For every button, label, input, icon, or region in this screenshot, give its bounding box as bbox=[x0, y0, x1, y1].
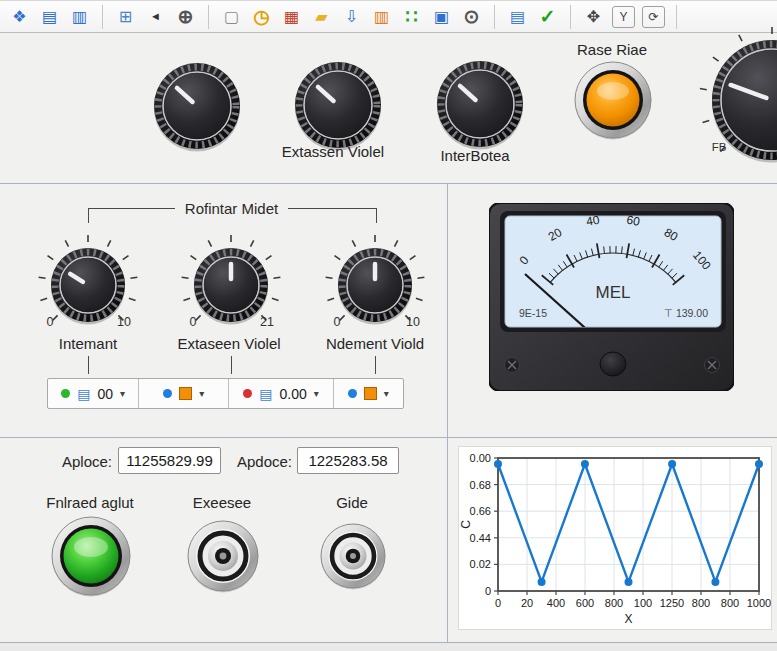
knob-min-label: 0 bbox=[35, 315, 65, 329]
corner-knob-label: FB bbox=[706, 141, 732, 153]
field-apdoce-label: Apdoce: bbox=[230, 453, 292, 470]
svg-text:60: 60 bbox=[625, 213, 641, 229]
import-icon[interactable]: ⇩ bbox=[340, 5, 363, 28]
chart-panel: 0204006008001001250800800100000.020.440.… bbox=[458, 446, 772, 630]
gear-icon[interactable]: ⊙ bbox=[460, 5, 483, 28]
chevron-down-icon[interactable]: ▾ bbox=[314, 388, 319, 399]
section-divider-top bbox=[0, 183, 777, 184]
svg-text:0: 0 bbox=[485, 585, 491, 597]
chevron-down-icon[interactable]: ▾ bbox=[384, 388, 389, 399]
connector-line bbox=[88, 356, 89, 374]
svg-text:800: 800 bbox=[721, 597, 739, 609]
check-icon[interactable]: ✓ bbox=[536, 5, 559, 28]
add-window-icon[interactable]: ⊞ bbox=[114, 5, 137, 28]
svg-text:C: C bbox=[459, 520, 473, 529]
toolbar: ❖ ▤ ▥ ⊞ ◄ ⊕ ▢ ◷ ▦ ▰ ⇩ ▥ ∷ ▣ ⊙ ▤ ✓ ✥ Y ⟳ bbox=[0, 0, 777, 33]
chevron-down-icon[interactable]: ▾ bbox=[199, 388, 204, 399]
meter-adjust-knob[interactable] bbox=[600, 352, 626, 376]
layers-icon[interactable]: ❖ bbox=[8, 5, 31, 28]
exeesee-button[interactable] bbox=[185, 518, 261, 594]
svg-text:400: 400 bbox=[547, 597, 565, 609]
meter-left-text: 9E-15 bbox=[519, 307, 547, 319]
legend-dot bbox=[243, 389, 252, 398]
legend-cell-3[interactable]: ▤ 0.00 ▾ bbox=[229, 379, 333, 408]
green-led-button[interactable] bbox=[49, 514, 133, 598]
svg-text:0: 0 bbox=[495, 597, 501, 609]
legend-value: 00 bbox=[97, 386, 113, 402]
meter-title: MEL bbox=[596, 283, 631, 302]
svg-text:100: 100 bbox=[634, 597, 652, 609]
legend-value: 0.00 bbox=[280, 386, 307, 402]
y-box-icon[interactable]: Y bbox=[612, 6, 635, 28]
aploce-input[interactable] bbox=[118, 447, 221, 474]
plot-book-icon: ▤ bbox=[259, 387, 272, 401]
knob-max-label: 10 bbox=[398, 315, 428, 329]
move-icon[interactable]: ✥ bbox=[582, 5, 605, 28]
knob-top-2[interactable] bbox=[290, 57, 386, 153]
knob-max-label: 21 bbox=[252, 315, 282, 329]
svg-text:800: 800 bbox=[692, 597, 710, 609]
clipboard-icon[interactable]: ▥ bbox=[370, 5, 393, 28]
gide-button[interactable] bbox=[318, 521, 388, 591]
report-doc-icon[interactable]: ▤ bbox=[38, 5, 61, 28]
doc-lines-icon[interactable]: ▤ bbox=[506, 5, 529, 28]
plot-book-icon: ▤ bbox=[77, 387, 90, 401]
plot-legend-row: ▤ 00 ▾ ▾ ▤ 0.00 ▾ ▾ bbox=[47, 378, 404, 409]
analog-meter: 020406080100 MEL 9E-15 ⊤ 139.00 bbox=[489, 203, 734, 391]
toolbar-separator bbox=[570, 5, 571, 29]
legend-dot bbox=[163, 389, 172, 398]
section-divider-vertical bbox=[447, 184, 448, 642]
window-icon[interactable]: ▣ bbox=[430, 5, 453, 28]
toolbar-separator bbox=[676, 5, 677, 29]
svg-text:1000: 1000 bbox=[747, 597, 771, 609]
svg-text:X: X bbox=[624, 612, 632, 626]
rofintar-frame-title: Rofintar Midet bbox=[88, 200, 375, 217]
knob-top-3-label: InterBotea bbox=[395, 147, 555, 164]
orange-led-button[interactable] bbox=[572, 59, 654, 141]
legend-cell-2[interactable]: ▾ bbox=[139, 379, 229, 408]
knob-top-1[interactable] bbox=[149, 58, 245, 154]
xy-line-chart: 0204006008001001250800800100000.020.440.… bbox=[459, 447, 771, 629]
section-divider-middle bbox=[0, 437, 777, 438]
refresh-icon[interactable]: ⟳ bbox=[642, 6, 665, 28]
svg-text:600: 600 bbox=[576, 597, 594, 609]
cursor-icon[interactable]: ◄ bbox=[144, 5, 167, 28]
chevron-down-icon[interactable]: ▾ bbox=[120, 388, 125, 399]
knob-ndement-label: Ndement Viold bbox=[295, 335, 455, 352]
calendar-icon[interactable]: ▦ bbox=[280, 5, 303, 28]
folder-icon[interactable]: ▰ bbox=[310, 5, 333, 28]
connector-line bbox=[231, 356, 232, 374]
grid-icon[interactable]: ∷ bbox=[400, 5, 423, 28]
knob-intemant-label: Intemant bbox=[8, 335, 168, 352]
instrument-panel: { "toolbar": { "icons": [ {"name":"layer… bbox=[0, 0, 777, 651]
new-file-icon[interactable]: ▢ bbox=[220, 5, 243, 28]
color-swatch bbox=[179, 387, 192, 400]
toolbar-separator bbox=[102, 5, 103, 29]
legend-dot bbox=[348, 389, 357, 398]
svg-text:0.02: 0.02 bbox=[470, 558, 491, 570]
svg-text:1250: 1250 bbox=[660, 597, 684, 609]
svg-text:40: 40 bbox=[585, 213, 601, 229]
legend-dot bbox=[61, 389, 70, 398]
toolbar-separator bbox=[494, 5, 495, 29]
knob-min-label: 0 bbox=[178, 315, 208, 329]
legend-cell-1[interactable]: ▤ 00 ▾ bbox=[48, 379, 139, 408]
knob-min-label: 0 bbox=[322, 315, 352, 329]
svg-text:800: 800 bbox=[605, 597, 623, 609]
clock-icon[interactable]: ◷ bbox=[250, 5, 273, 28]
add-circle-icon[interactable]: ⊕ bbox=[174, 5, 197, 28]
meter-right-text: ⊤ 139.00 bbox=[664, 307, 708, 319]
knob-top-2-label: Extassen Violel bbox=[253, 143, 413, 160]
led-button-label: Rase Riae bbox=[552, 41, 672, 58]
svg-text:0.68: 0.68 bbox=[470, 479, 491, 491]
svg-text:0.00: 0.00 bbox=[470, 452, 491, 464]
knob-top-corner[interactable] bbox=[696, 24, 777, 176]
color-swatch bbox=[364, 387, 377, 400]
field-aploce-label: Aploce: bbox=[50, 453, 112, 470]
vi-settings-doc-icon[interactable]: ▥ bbox=[68, 5, 91, 28]
knob-max-label: 10 bbox=[109, 315, 139, 329]
legend-cell-4[interactable]: ▾ bbox=[334, 379, 403, 408]
knob-top-3[interactable] bbox=[432, 56, 528, 152]
apdoce-input[interactable] bbox=[297, 447, 399, 474]
toolbar-separator bbox=[208, 5, 209, 29]
